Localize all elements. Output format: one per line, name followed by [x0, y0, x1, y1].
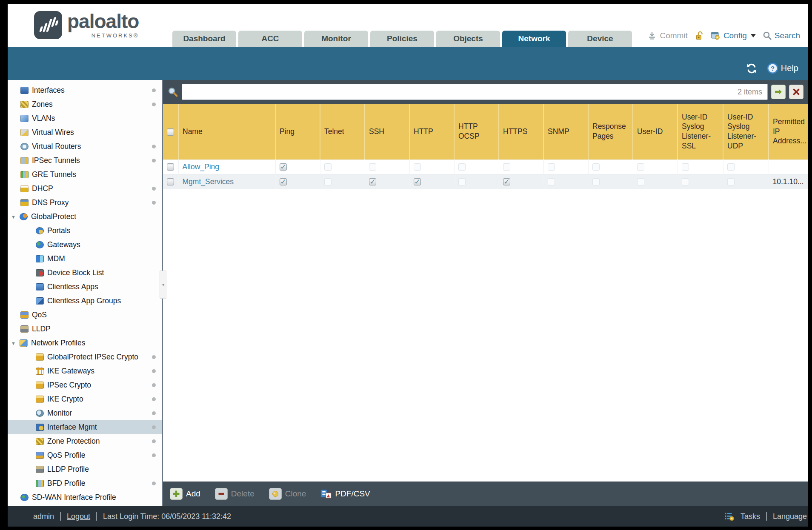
- http_ocsp-checkbox[interactable]: [458, 178, 466, 185]
- delete-button[interactable]: Delete: [215, 488, 254, 500]
- http-checkbox[interactable]: [414, 163, 421, 171]
- row-name-link[interactable]: Allow_Ping: [183, 162, 220, 171]
- sidebar-item-ike-crypto[interactable]: IKE Crypto: [8, 392, 162, 406]
- sidebar-item-interface-mgmt[interactable]: Interface Mgmt: [8, 420, 162, 434]
- sidebar-item-interfaces[interactable]: Interfaces: [8, 83, 162, 97]
- sidebar-item-zones[interactable]: Zones: [8, 97, 162, 111]
- https-checkbox[interactable]: [503, 163, 510, 171]
- clear-filter-button[interactable]: [789, 85, 803, 99]
- row-name-link[interactable]: Mgmt_Services: [183, 177, 234, 186]
- name-cell: Allow_Ping: [178, 160, 275, 174]
- response_pages-checkbox[interactable]: [592, 178, 600, 185]
- config-button[interactable]: Config: [711, 31, 756, 40]
- sidebar-item-bfd-profile[interactable]: BFD Profile: [8, 476, 162, 490]
- select-all-checkbox[interactable]: [167, 128, 174, 136]
- sidebar-item-qos[interactable]: QoS: [8, 308, 162, 322]
- sidebar-item-lldp[interactable]: LLDP: [8, 322, 162, 336]
- ping-checkbox[interactable]: [280, 163, 287, 171]
- column-header-telnet[interactable]: Telnet: [320, 104, 365, 160]
- column-header-user_id[interactable]: User-ID: [633, 104, 678, 160]
- column-header-user_id_syslog_ssl[interactable]: User-ID Syslog Listener-SSL: [678, 104, 723, 160]
- row-select-checkbox[interactable]: [167, 163, 174, 171]
- user_id_syslog_ssl-checkbox[interactable]: [682, 178, 689, 185]
- http-checkbox[interactable]: [414, 178, 421, 185]
- language-label[interactable]: Language: [773, 512, 807, 521]
- tab-monitor[interactable]: Monitor: [304, 31, 368, 47]
- help-button[interactable]: ? Help: [767, 63, 798, 74]
- column-header-user_id_syslog_udp[interactable]: User-ID Syslog Listener-UDP: [723, 104, 769, 160]
- add-button[interactable]: Add: [170, 488, 200, 500]
- filter-input[interactable]: [187, 87, 734, 97]
- sidebar-resize-handle[interactable]: [162, 80, 163, 506]
- user_id-checkbox[interactable]: [637, 163, 644, 171]
- column-header-response_pages[interactable]: Response Pages: [588, 104, 633, 160]
- user_id_syslog_udp-checkbox[interactable]: [727, 178, 735, 185]
- sidebar-item-gateways[interactable]: Gateways: [8, 238, 162, 252]
- sidebar-item-virtual-wires[interactable]: Virtual Wires: [8, 125, 162, 140]
- expander-icon[interactable]: [11, 341, 20, 346]
- clone-button[interactable]: Clone: [269, 488, 306, 500]
- sidebar-item-ipsec-crypto[interactable]: IPSec Crypto: [8, 378, 162, 392]
- http_ocsp-checkbox[interactable]: [458, 163, 466, 171]
- sidebar-item-ipsec-tunnels[interactable]: IPSec Tunnels: [8, 154, 162, 168]
- lock-icon[interactable]: [695, 31, 704, 41]
- column-header-http[interactable]: HTTP: [409, 104, 454, 160]
- user_id_syslog_ssl-checkbox[interactable]: [682, 163, 689, 171]
- tab-device[interactable]: Device: [568, 31, 632, 47]
- logo-title: paloalto: [67, 11, 139, 31]
- snmp-checkbox[interactable]: [548, 178, 555, 185]
- response_pages-checkbox[interactable]: [592, 163, 600, 171]
- tab-objects[interactable]: Objects: [436, 31, 500, 47]
- user_id-checkbox[interactable]: [637, 178, 644, 185]
- telnet-checkbox[interactable]: [324, 178, 332, 185]
- ssh-checkbox[interactable]: [369, 178, 376, 185]
- telnet-checkbox[interactable]: [324, 163, 332, 171]
- sidebar-item-dns-proxy[interactable]: DNS Proxy: [8, 196, 162, 210]
- pdf-csv-button[interactable]: PDF/CSV: [320, 489, 370, 499]
- refresh-icon[interactable]: [746, 63, 758, 74]
- apply-filter-button[interactable]: [771, 85, 786, 99]
- sidebar-item-clientless-apps[interactable]: Clientless Apps: [8, 280, 162, 294]
- sidebar-item-zone-protection[interactable]: Zone Protection: [8, 434, 162, 448]
- column-header-permitted_ip[interactable]: Permitted IP Address...: [769, 104, 808, 160]
- tasks-label[interactable]: Tasks: [741, 512, 760, 521]
- sidebar-item-qos-profile[interactable]: QoS Profile: [8, 448, 162, 462]
- column-header-ping[interactable]: Ping: [275, 104, 320, 160]
- user_id_syslog_udp-checkbox[interactable]: [727, 163, 735, 171]
- sidebar-item-monitor[interactable]: Monitor: [8, 406, 162, 420]
- sidebar-item-virtual-routers[interactable]: Virtual Routers: [8, 140, 162, 154]
- column-header-snmp[interactable]: SNMP: [543, 104, 588, 160]
- tab-acc[interactable]: ACC: [238, 31, 302, 47]
- sidebar-item-vlans[interactable]: VLANs: [8, 111, 162, 125]
- sidebar-item-clientless-app-groups[interactable]: Clientless App Groups: [8, 294, 162, 308]
- sidebar-item-portals[interactable]: Portals: [8, 224, 162, 238]
- column-header-https[interactable]: HTTPS: [499, 104, 543, 160]
- ping-checkbox[interactable]: [280, 178, 287, 185]
- sidebar-item-lldp-profile[interactable]: LLDP Profile: [8, 462, 162, 476]
- tab-policies[interactable]: Policies: [370, 31, 434, 47]
- sidebar-item-dhcp[interactable]: DHCP: [8, 182, 162, 196]
- search-button[interactable]: Search: [763, 31, 800, 40]
- sidebar-item-sd-wan-interface-profile[interactable]: SD-WAN Interface Profile: [8, 490, 162, 504]
- sidebar-item-network-profiles[interactable]: Network Profiles: [8, 336, 162, 350]
- row-select-checkbox[interactable]: [167, 178, 174, 185]
- column-header-ssh[interactable]: SSH: [365, 104, 409, 160]
- collapse-arrow-icon[interactable]: [160, 271, 166, 299]
- column-header-http_ocsp[interactable]: HTTP OCSP: [454, 104, 499, 160]
- column-header-name[interactable]: Name: [178, 104, 275, 160]
- sidebar-item-mdm[interactable]: MDM: [8, 252, 162, 266]
- tab-network[interactable]: Network: [502, 31, 566, 47]
- logout-link[interactable]: Logout: [67, 512, 90, 521]
- commit-button[interactable]: Commit: [647, 31, 687, 40]
- sidebar-item-globalprotect-ipsec-crypto[interactable]: GlobalProtect IPSec Crypto: [8, 350, 162, 364]
- sidebar-item-globalprotect[interactable]: GlobalProtect: [8, 210, 162, 224]
- sidebar-item-label: Interface Mgmt: [47, 423, 97, 432]
- ssh-checkbox[interactable]: [369, 163, 376, 171]
- expander-icon[interactable]: [11, 214, 20, 219]
- https-checkbox[interactable]: [503, 178, 510, 185]
- snmp-checkbox[interactable]: [548, 163, 555, 171]
- sidebar-item-device-block-list[interactable]: Device Block List: [8, 266, 162, 280]
- tab-dashboard[interactable]: Dashboard: [172, 31, 236, 47]
- sidebar-item-ike-gateways[interactable]: IKE Gateways: [8, 364, 162, 378]
- sidebar-item-gre-tunnels[interactable]: GRE Tunnels: [8, 168, 162, 182]
